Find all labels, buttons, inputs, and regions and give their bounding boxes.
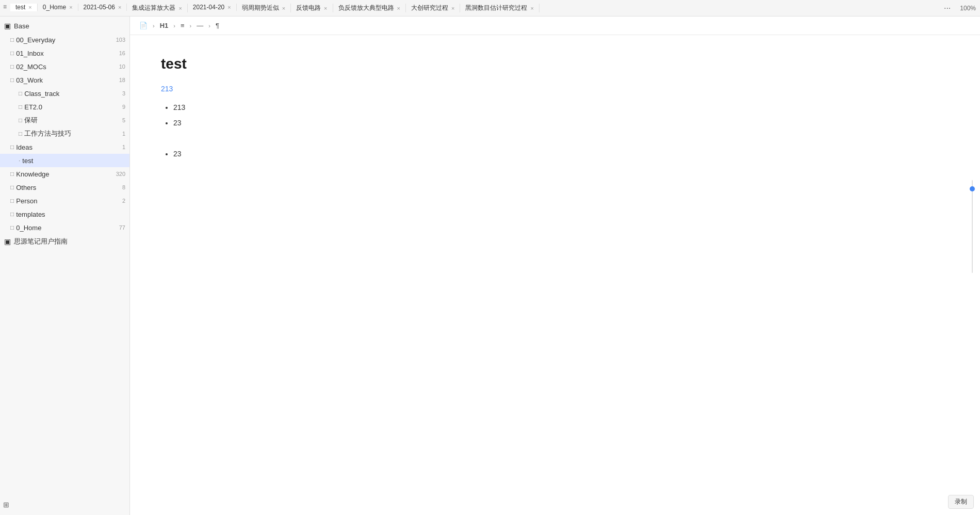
tab-负反馈放大典型电路[interactable]: 负反馈放大典型电路×: [333, 4, 406, 12]
item-label: 02_MOCs: [16, 63, 117, 71]
sidebar-item-Knowledge[interactable]: □Knowledge320: [0, 167, 129, 181]
sidebar-item-保研[interactable]: □保研5: [0, 114, 129, 127]
item-label: 0_Home: [16, 224, 117, 232]
sidebar-item-Class_track[interactable]: □Class_track3: [0, 87, 129, 100]
tab-弱周期势近似[interactable]: 弱周期势近似×: [237, 4, 291, 12]
tab-label: 反馈电路: [296, 4, 321, 12]
notebook-header-1[interactable]: ▣思源笔记用户指南: [0, 234, 129, 249]
sidebar-item-Ideas[interactable]: □Ideas1: [0, 140, 129, 154]
tab-集成运算放大器[interactable]: 集成运算放大器×: [127, 4, 187, 12]
editor-area: 📄 › H1 › ≡ › — › ¶ test 213 21323 23: [130, 17, 980, 515]
tab-close-button[interactable]: ×: [118, 4, 121, 10]
item-folder-icon: □: [10, 63, 14, 70]
sidebar-item-0_Home[interactable]: □0_Home77: [0, 221, 129, 234]
notebook-icon: ▣: [4, 22, 11, 30]
item-count: 2: [122, 198, 125, 204]
item-label: templates: [16, 211, 125, 218]
editor-list: 21323 23: [173, 103, 949, 158]
tab-反馈电路[interactable]: 反馈电路×: [291, 4, 333, 12]
item-label: test: [22, 157, 125, 165]
tab-close-button[interactable]: ×: [530, 5, 533, 11]
dash-button[interactable]: —: [193, 20, 206, 31]
item-count: 1: [122, 144, 125, 150]
editor-link[interactable]: 213: [161, 85, 949, 93]
item-label: 03_Work: [16, 76, 117, 84]
list-item: 213: [173, 103, 949, 111]
main-layout: ▣Base□00_Everyday103□01_Inbox16□02_MOCs1…: [0, 17, 980, 515]
tab-label: 0_Home: [43, 4, 66, 11]
item-folder-icon: □: [19, 103, 22, 110]
tab-close-button[interactable]: ×: [178, 5, 182, 11]
h1-button[interactable]: H1: [157, 20, 172, 31]
item-folder-icon: □: [19, 90, 22, 97]
editor-title: test: [161, 56, 949, 72]
chevron1: ›: [153, 23, 155, 29]
sidebar-item-工作方法与技巧[interactable]: □工作方法与技巧1: [0, 127, 129, 140]
item-label: 工作方法与技巧: [24, 129, 120, 138]
list-button[interactable]: ≡: [177, 20, 188, 31]
scroll-thumb: [970, 186, 975, 191]
sidebar-item-02_MOCs[interactable]: □02_MOCs10: [0, 60, 129, 73]
item-label: Knowledge: [16, 170, 113, 178]
item-label: ET2.0: [24, 103, 120, 111]
tab-close-button[interactable]: ×: [397, 5, 400, 11]
notebook-header-0[interactable]: ▣Base: [0, 19, 129, 33]
sidebar-item-active[interactable]: ·test: [0, 154, 129, 167]
notebook-label: Base: [14, 22, 29, 30]
item-label: Ideas: [16, 143, 120, 151]
sidebar-toggle-icon[interactable]: ≡: [3, 3, 7, 10]
list-item: 23: [173, 150, 949, 158]
item-count: 8: [122, 184, 125, 190]
item-count: 1: [122, 131, 125, 137]
item-count: 18: [119, 77, 125, 83]
item-label: Class_track: [24, 90, 120, 98]
tab-label: 黑洞数目估计研究过程: [465, 4, 527, 12]
tab-label: 2021-04-20: [193, 4, 224, 11]
para-button[interactable]: ¶: [213, 20, 222, 31]
sidebar-item-Person[interactable]: □Person2: [0, 194, 129, 207]
tab-close-button[interactable]: ×: [28, 4, 31, 10]
h1-label: H1: [160, 22, 169, 29]
item-count: 77: [119, 224, 125, 231]
item-count: 103: [116, 37, 125, 43]
item-count: 3: [122, 90, 125, 96]
sidebar-item-00_Everyday[interactable]: □00_Everyday103: [0, 33, 129, 46]
sidebar: ▣Base□00_Everyday103□01_Inbox16□02_MOCs1…: [0, 17, 130, 515]
sidebar-item-01_Inbox[interactable]: □01_Inbox16: [0, 46, 129, 60]
tab-2021-04-20[interactable]: 2021-04-20×: [188, 4, 237, 11]
item-folder-icon: □: [10, 224, 14, 231]
tab-close-button[interactable]: ×: [69, 4, 72, 10]
item-folder-icon: □: [10, 143, 14, 151]
notebook-icon: ▣: [4, 237, 11, 246]
tab-close-button[interactable]: ×: [451, 5, 454, 11]
item-folder-icon: □: [10, 170, 14, 178]
tab-close-button[interactable]: ×: [324, 5, 327, 11]
item-folder-icon: ·: [19, 157, 20, 164]
sidebar-item-ET2.0[interactable]: □ET2.09: [0, 100, 129, 114]
sidebar-item-Others[interactable]: □Others8: [0, 181, 129, 194]
record-button[interactable]: 录制: [948, 495, 974, 509]
tab-more-button[interactable]: ···: [939, 4, 956, 13]
editor-toolbar: 📄 › H1 › ≡ › — › ¶: [130, 17, 980, 35]
editor-content[interactable]: test 213 21323 23: [130, 35, 980, 515]
item-count: 320: [116, 171, 125, 177]
tab-黑洞数目估计研究过程[interactable]: 黑洞数目估计研究过程×: [460, 4, 539, 12]
tab-大创研究过程[interactable]: 大创研究过程×: [406, 4, 460, 12]
tab-0_Home[interactable]: 0_Home×: [38, 4, 78, 11]
bottom-left-icon[interactable]: ⊞: [3, 501, 9, 509]
doc-icon-button[interactable]: 📄: [136, 20, 151, 31]
tab-close-button[interactable]: ×: [282, 5, 285, 11]
item-count: 5: [122, 117, 125, 123]
list-item: 23: [173, 119, 949, 127]
chevron2: ›: [173, 23, 175, 29]
sidebar-item-templates[interactable]: □templates: [0, 207, 129, 221]
tab-test[interactable]: test×: [10, 4, 38, 11]
item-label: 保研: [24, 116, 120, 125]
tab-label: 2021-05-06: [84, 4, 115, 11]
tab-2021-05-06[interactable]: 2021-05-06×: [78, 4, 127, 11]
scroll-track: [972, 180, 973, 273]
sidebar-item-03_Work[interactable]: □03_Work18: [0, 73, 129, 87]
item-label: Others: [16, 184, 120, 191]
item-label: 00_Everyday: [16, 36, 113, 44]
tab-close-button[interactable]: ×: [227, 4, 231, 10]
